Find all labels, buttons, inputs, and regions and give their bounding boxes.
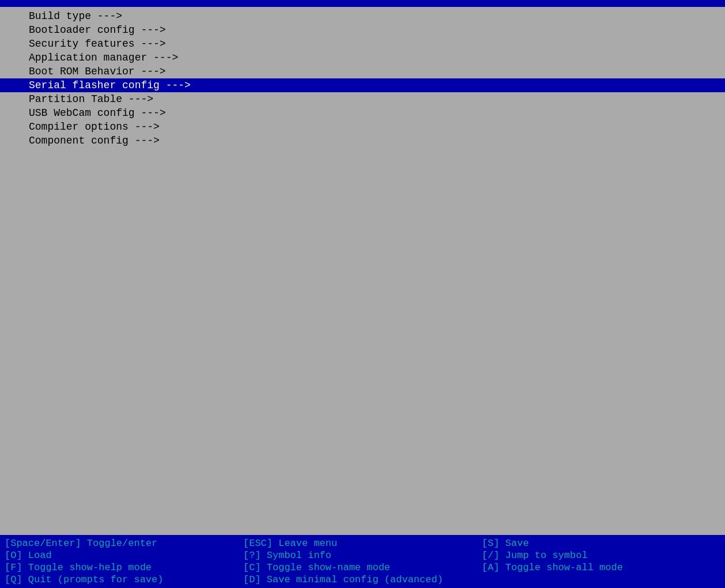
bottom-row: [Space/Enter] Toggle/enter[ESC] Leave me… xyxy=(5,537,720,549)
bottom-item: [?] Symbol info xyxy=(243,550,482,561)
menu-item-boot-rom-behavior[interactable]: Boot ROM Behavior ---> xyxy=(0,65,725,78)
bottom-item: [O] Load xyxy=(5,550,243,561)
bottom-item: [D] Save minimal config (advanced) xyxy=(243,574,482,585)
bottom-item: [F] Toggle show-help mode xyxy=(5,562,243,573)
bottom-row: [F] Toggle show-help mode[C] Toggle show… xyxy=(5,561,720,574)
bottom-row: [O] Load[?] Symbol info[/] Jump to symbo… xyxy=(5,549,720,561)
bottom-item: [ESC] Leave menu xyxy=(243,538,482,549)
menu-item-application-manager[interactable]: Application manager ---> xyxy=(0,51,725,65)
bottom-item: [A] Toggle show-all mode xyxy=(482,562,720,573)
bottom-bar: [Space/Enter] Toggle/enter[ESC] Leave me… xyxy=(0,535,725,588)
app: Build type --->Bootloader config --->Sec… xyxy=(0,0,725,588)
bottom-item: [Space/Enter] Toggle/enter xyxy=(5,538,243,549)
menu-item-build-type[interactable]: Build type ---> xyxy=(0,9,725,23)
main-content: Build type --->Bootloader config --->Sec… xyxy=(0,7,725,535)
bottom-item: [S] Save xyxy=(482,538,720,549)
menu-item-security-features[interactable]: Security features ---> xyxy=(0,37,725,51)
menu-item-serial-flasher-config[interactable]: Serial flasher config ---> xyxy=(0,78,725,92)
bottom-item xyxy=(482,574,720,585)
menu-item-usb-webcam-config[interactable]: USB WebCam config ---> xyxy=(0,106,725,120)
menu-item-partition-table[interactable]: Partition Table ---> xyxy=(0,92,725,106)
menu-item-component-config[interactable]: Component config ---> xyxy=(0,134,725,148)
menu-list: Build type --->Bootloader config --->Sec… xyxy=(0,9,725,148)
bottom-row: [Q] Quit (prompts for save)[D] Save mini… xyxy=(5,574,720,586)
bottom-item: [C] Toggle show-name mode xyxy=(243,562,482,573)
bottom-item: [/] Jump to symbol xyxy=(482,550,720,561)
title-bar xyxy=(0,2,725,7)
bottom-item: [Q] Quit (prompts for save) xyxy=(5,574,243,585)
menu-item-bootloader-config[interactable]: Bootloader config ---> xyxy=(0,23,725,37)
menu-item-compiler-options[interactable]: Compiler options ---> xyxy=(0,120,725,134)
